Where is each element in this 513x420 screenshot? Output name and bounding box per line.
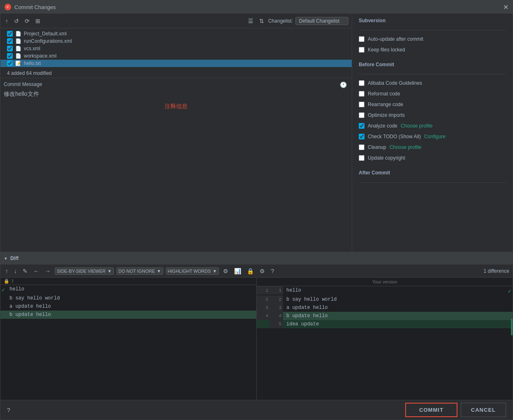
forward-button[interactable]: → (43, 267, 52, 275)
diff-line-changed: b update hello (0, 311, 256, 319)
clock-icon[interactable]: 🕐 (340, 81, 347, 88)
diff-line-content: hello (6, 285, 256, 293)
file-item-hello[interactable]: 📝 hello.txt (0, 60, 352, 67)
gear-icon[interactable]: ⚙ (258, 267, 267, 275)
lock-icon[interactable]: 🔒 (245, 267, 255, 275)
refresh-button[interactable]: ↺ (12, 17, 21, 25)
file-item-workspace[interactable]: 📄 workspace.xml (0, 52, 352, 60)
lock-number: 7 (11, 279, 14, 284)
settings-icon[interactable]: ⚙ (221, 267, 230, 275)
diff-content: 🔒 7 ✓ hello b say hello world a update (0, 278, 513, 400)
chart-icon[interactable]: 📊 (232, 267, 243, 275)
optimize-checkbox[interactable] (359, 112, 364, 118)
subversion-title: Subversion (359, 18, 506, 23)
expand-icon[interactable]: ⇅ (258, 17, 266, 25)
diff-right-line-added: 5 idea update (257, 320, 513, 328)
update-copyright-label: Update copyright (368, 155, 405, 161)
analyze-checkbox[interactable] (359, 123, 364, 129)
line-num-left: 2 (257, 295, 270, 304)
file-name: hello.txt (24, 60, 41, 66)
file-item-run-configurations[interactable]: 📄 runConfigurations.xml (0, 37, 352, 45)
option-optimize: Optimize imports (359, 111, 506, 119)
auto-update-label: Auto-update after commit (368, 36, 423, 42)
diff-line-content: hello (283, 286, 507, 295)
diff-line-content-changed: b update hello (6, 311, 256, 319)
check-todo-configure-link[interactable]: Configure (424, 134, 446, 139)
left-panel: ↑ ↺ ⟳ ⊞ ☰ ⇅ Changelist: Default Changeli… (0, 14, 352, 252)
commit-button[interactable]: COMMIT (405, 403, 457, 417)
ignore-label: DO NOT IGNORE (118, 269, 155, 274)
file-item-project-default[interactable]: 📄 Project_Default.xml (0, 30, 352, 37)
option-keep-files: Keep files locked (359, 46, 506, 53)
line-num-right: 1 (270, 286, 283, 295)
layout-button[interactable]: ⊞ (34, 17, 42, 25)
rearrange-checkbox[interactable] (359, 102, 364, 107)
option-reformat: Reformat code (359, 90, 506, 97)
line-num-right: 4 (270, 312, 283, 320)
option-analyze: Analyze code Choose profile (359, 122, 506, 130)
edit-diff-button[interactable]: ✎ (21, 267, 29, 275)
help-button[interactable]: ? (7, 407, 10, 413)
highlight-dropdown[interactable]: HIGHLIGHT WORDS ▼ (166, 267, 219, 275)
help-diff-icon[interactable]: ? (269, 267, 276, 275)
line-num-left: 1 (257, 286, 270, 295)
keep-files-label: Keep files locked (368, 47, 405, 53)
file-name: Project_Default.xml (24, 31, 67, 37)
check-todo-label: Check TODO (Show All) (368, 134, 421, 139)
next-diff-button[interactable]: ↓ (12, 267, 19, 275)
file-checkbox[interactable] (7, 60, 13, 66)
line-num-right: 2 (270, 295, 283, 304)
reformat-checkbox[interactable] (359, 91, 364, 97)
auto-update-checkbox[interactable] (359, 36, 364, 42)
xml-icon: 📄 (15, 38, 21, 44)
side-by-side-label: SIDE-BY-SIDE VIEWER (57, 269, 106, 274)
close-button[interactable]: ✕ (503, 3, 508, 11)
expand-all-button[interactable]: ↑ (4, 17, 10, 25)
bottom-bar: ? COMMIT CANCEL (0, 400, 513, 420)
commit-message-label: Commit Message (4, 81, 348, 87)
reformat-label: Reformat code (368, 91, 400, 97)
cleanup-checkbox[interactable] (359, 144, 364, 150)
highlight-label: HIGHLIGHT WORDS (168, 269, 211, 274)
update-copyright-checkbox[interactable] (359, 155, 364, 161)
before-commit-title: Before Commit (359, 62, 506, 67)
cleanup-profile-link[interactable]: Choose profile (390, 144, 421, 150)
file-checkbox[interactable] (7, 53, 13, 59)
cancel-button[interactable]: CANCEL (461, 403, 506, 417)
alibaba-checkbox[interactable] (359, 80, 364, 86)
diff-toolbar: ↑ ↓ ✎ ← → SIDE-BY-SIDE VIEWER ▼ DO NOT I… (0, 265, 513, 278)
back-button[interactable]: ← (32, 267, 41, 275)
option-alibaba: Alibaba Code Guidelines (359, 79, 506, 87)
commit-message-area: Commit Message 🕐 修改hello文件 注释信息 (0, 78, 352, 252)
rearrange-label: Rearrange code (368, 102, 403, 107)
changelist-select[interactable]: Default Changelist (295, 17, 348, 25)
dialog-title: Commit Changes (14, 4, 503, 10)
diff-line-content: a update hello (283, 304, 513, 312)
file-name: vcs.xml (24, 46, 40, 51)
option-auto-update: Auto-update after commit (359, 35, 506, 43)
side-by-side-dropdown[interactable]: SIDE-BY-SIDE VIEWER ▼ (55, 267, 114, 275)
analyze-label: Analyze code (368, 123, 397, 129)
file-checkbox[interactable] (7, 46, 13, 51)
prev-diff-button[interactable]: ↑ (4, 267, 10, 275)
files-toolbar: ↑ ↺ ⟳ ⊞ ☰ ⇅ Changelist: Default Changeli… (0, 14, 352, 28)
diff-right-line: 1 1 hello ✓ (257, 286, 513, 295)
diff-line-content-added: idea update (283, 320, 513, 328)
diff-line-content: b say hello world (6, 294, 256, 302)
file-item-vcs[interactable]: 📄 vcs.xml (0, 45, 352, 52)
bottom-actions: COMMIT CANCEL (405, 403, 506, 417)
analyze-profile-link[interactable]: Choose profile (401, 123, 432, 129)
ignore-dropdown[interactable]: DO NOT IGNORE ▼ (116, 267, 163, 275)
diff-collapse-button[interactable]: ▼ (4, 256, 8, 261)
diff-right-line: 3 3 a update hello (257, 304, 513, 312)
highlight-dropdown-arrow-icon: ▼ (213, 269, 217, 274)
file-checkbox[interactable] (7, 38, 13, 44)
collapse-icon[interactable]: ☰ (246, 17, 255, 25)
diff-left-panel: 🔒 7 ✓ hello b say hello world a update (0, 278, 257, 400)
file-checkbox[interactable] (7, 31, 13, 37)
check-todo-checkbox[interactable] (359, 134, 364, 139)
keep-files-checkbox[interactable] (359, 47, 364, 53)
sync-button[interactable]: ⟳ (23, 17, 31, 25)
line-num-right: 5 (270, 320, 283, 328)
diff-line: ✓ hello (0, 285, 256, 294)
